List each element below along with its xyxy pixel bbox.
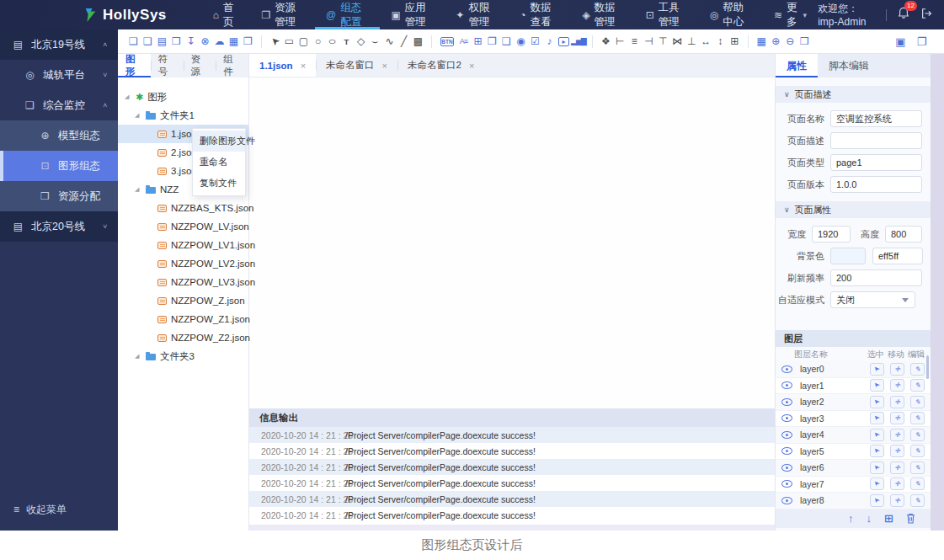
polygon-tool-icon[interactable]: ◇	[354, 32, 368, 51]
layer-select-button[interactable]: ➤	[870, 461, 884, 474]
layer-select-button[interactable]: ➤	[870, 412, 884, 424]
close-icon[interactable]: ×	[382, 61, 387, 71]
layer-move-button[interactable]: ✛	[890, 363, 904, 376]
table-widget-icon[interactable]: ⊞	[471, 32, 485, 51]
visibility-eye-icon[interactable]	[781, 447, 792, 455]
sidebar-item-graphic-config[interactable]: ⊡ 图形组态	[0, 151, 118, 181]
layer-move-button[interactable]: ✛	[890, 429, 904, 441]
layer-edit-button[interactable]: ✎	[910, 412, 925, 424]
arc-tool-icon[interactable]: ⌣	[368, 32, 382, 51]
tree-node-file[interactable]: NZZPOW_LV3.json	[118, 273, 248, 291]
design-canvas[interactable]	[249, 77, 775, 408]
height-input[interactable]: 800	[885, 226, 922, 243]
doc-tab-11json[interactable]: 1.1json ×	[249, 54, 316, 77]
fit-screen-icon[interactable]: ❒	[797, 32, 812, 51]
refresh-rate-input[interactable]: 200	[830, 269, 922, 286]
align-center-icon[interactable]: ≡	[627, 32, 642, 51]
visibility-eye-icon[interactable]	[781, 497, 792, 504]
layer-select-button[interactable]: ➤	[870, 379, 884, 392]
layer-edit-button[interactable]: ✎	[910, 429, 925, 441]
menu-item-app[interactable]: ▣ 应用管理	[380, 0, 445, 29]
menu-item-resource[interactable]: ❐ 资源管理	[251, 0, 315, 29]
menu-item-home[interactable]: ⌂ 首页	[202, 0, 251, 29]
tab-resources[interactable]: 资源	[184, 54, 216, 77]
align-right-icon[interactable]: ⊣	[642, 32, 656, 51]
layer-edit-button[interactable]: ✎	[910, 363, 925, 376]
sidebar-item-resource-alloc[interactable]: ❒ 资源分配	[0, 181, 118, 211]
visibility-eye-icon[interactable]	[781, 480, 792, 488]
bg-color-swatch[interactable]	[830, 248, 866, 264]
window-widget-icon[interactable]: ❐	[485, 32, 499, 51]
visibility-eye-icon[interactable]	[781, 381, 792, 389]
add-layer-button[interactable]: ⊞	[884, 512, 893, 525]
layer-edit-button[interactable]: ✎	[910, 379, 925, 392]
copy-widget-icon[interactable]: ❑	[499, 32, 514, 51]
field-input[interactable]: page1	[830, 154, 922, 171]
tree-node-file[interactable]: NZZPOW_LV2.json	[118, 254, 248, 273]
tab-script-edit[interactable]: 脚本编辑	[818, 54, 880, 77]
menu-item-help[interactable]: ◎ 帮助中心	[699, 0, 763, 29]
notification-bell-icon[interactable]: 12	[898, 7, 909, 23]
cloud-upload-icon[interactable]: ☁	[212, 32, 227, 51]
close-icon[interactable]: ×	[301, 61, 306, 71]
image-tool-icon[interactable]: ▩	[411, 32, 425, 51]
import-file-icon[interactable]: ❒	[169, 32, 184, 51]
layer-move-button[interactable]: ✛	[890, 412, 904, 424]
chart-widget-icon[interactable]: ▂▅▇	[571, 32, 586, 51]
visibility-eye-icon[interactable]	[781, 398, 792, 406]
grid-icon[interactable]: ▦	[755, 32, 769, 51]
text-widget-icon[interactable]: A≡	[456, 32, 471, 51]
layer-select-button[interactable]: ➤	[870, 396, 884, 408]
curve-tool-icon[interactable]: ∿	[382, 32, 397, 51]
delete-layer-button[interactable]	[906, 513, 915, 524]
layer-move-button[interactable]: ✛	[890, 461, 904, 474]
doc-tab-unnamed2[interactable]: 未命名窗口2 ×	[397, 54, 484, 77]
layer-edit-button[interactable]: ✎	[910, 445, 925, 457]
visibility-eye-icon[interactable]	[781, 365, 792, 373]
tree-node-file[interactable]: NZZBAS_KTS.json	[118, 199, 248, 217]
sidebar-item-monitoring[interactable]: ❏ 综合监控 ∧	[0, 90, 118, 120]
menu-item-config[interactable]: @ 组态配置	[315, 0, 380, 29]
audio-widget-icon[interactable]: ♪	[542, 32, 557, 51]
layer-select-button[interactable]: ➤	[870, 363, 884, 376]
align-left-icon[interactable]: ⊢	[613, 32, 627, 51]
width-input[interactable]: 1920	[812, 226, 851, 243]
tree-node-folder1[interactable]: ◢ 文件夹1	[118, 106, 248, 125]
zoom-out-icon[interactable]: ⊖	[783, 32, 797, 51]
center-canvas-icon[interactable]: ⊞	[728, 32, 742, 51]
expander-icon[interactable]: ◢	[125, 93, 131, 100]
download-icon[interactable]: ↧	[184, 32, 198, 51]
doc-tab-unnamed1[interactable]: 未命名窗口 ×	[316, 54, 397, 77]
layer-select-button[interactable]: ➤	[870, 445, 884, 457]
tree-node-file[interactable]: NZZPOW_Z2.json	[118, 328, 248, 347]
line-tool-icon[interactable]: ╱	[397, 32, 411, 51]
layer-up-button[interactable]: ↑	[848, 512, 854, 525]
checkbox-widget-icon[interactable]: ☑	[528, 32, 542, 51]
context-delete-file[interactable]: 删除图形文件	[193, 131, 245, 152]
menu-item-permission[interactable]: ✦ 权限管理	[445, 0, 509, 29]
sidebar-item-platform[interactable]: ◎ 城轨平台 ∨	[0, 60, 118, 90]
layer-edit-button[interactable]: ✎	[910, 477, 925, 490]
sidebar-item-line20[interactable]: ▤ 北京20号线 ∨	[0, 211, 118, 242]
layer-edit-button[interactable]: ✎	[910, 396, 925, 408]
layer-select-button[interactable]: ➤	[870, 477, 884, 490]
tree-node-file[interactable]: NZZPOW_Z.json	[118, 291, 248, 310]
button-widget-icon[interactable]: BTN	[440, 37, 454, 46]
align-middle-icon[interactable]: ⋈	[670, 32, 685, 51]
rounded-rect-tool-icon[interactable]: ▢	[296, 32, 311, 51]
group-icon[interactable]: ❖	[599, 32, 613, 51]
sidebar-item-line19[interactable]: ▤ 北京19号线 ∧	[0, 29, 118, 60]
new-file-icon[interactable]: ❑	[141, 32, 155, 51]
video-widget-icon[interactable]: ▸	[558, 37, 569, 46]
components-icon[interactable]: ▦	[227, 32, 241, 51]
expander-icon[interactable]: ◢	[135, 353, 141, 360]
layer-select-button[interactable]: ➤	[870, 494, 884, 507]
distribute-v-icon[interactable]: ↕	[713, 32, 728, 51]
tree-node-folder3[interactable]: ◢ 文件夹3	[118, 347, 248, 365]
logout-icon[interactable]	[920, 8, 932, 23]
field-input[interactable]	[830, 132, 922, 149]
context-rename[interactable]: 重命名	[193, 152, 245, 173]
expander-icon[interactable]: ◢	[135, 186, 141, 193]
field-input[interactable]: 空调监控系统	[830, 110, 922, 127]
menu-item-data-view[interactable]: ◔ 数据查看	[509, 0, 571, 29]
